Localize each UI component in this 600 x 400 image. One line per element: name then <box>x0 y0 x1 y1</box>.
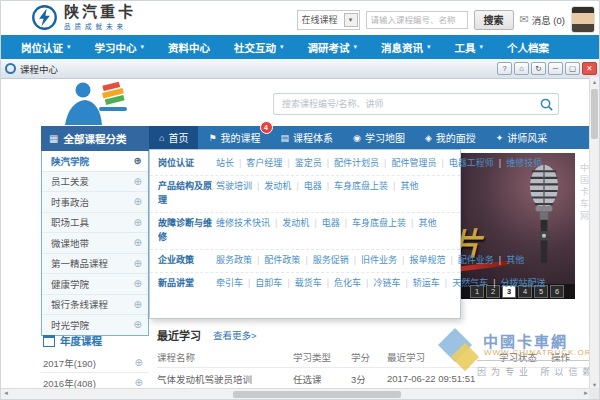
expand-icon[interactable]: ⊕ <box>135 377 143 388</box>
tab-lecturers[interactable]: ✦讲师风采 <box>486 126 558 149</box>
expand-icon[interactable]: ⊕ <box>134 278 142 289</box>
category-sidebar-header[interactable]: ▦ 全部课程分类 <box>41 126 149 151</box>
messages-link[interactable]: ✉ 消息 (0) <box>520 13 565 27</box>
tab-learning-map[interactable]: ◉学习地图 <box>343 126 415 149</box>
megamenu-link[interactable]: 配件计划员 <box>322 158 379 168</box>
expand-icon[interactable]: ⊕ <box>134 217 142 228</box>
view-more-link[interactable]: 查看更多> <box>213 328 257 342</box>
expand-icon[interactable]: ⊕ <box>134 258 142 269</box>
megamenu-link[interactable]: 服务政策 <box>216 255 252 265</box>
nav-item-social[interactable]: 社交互动▾ <box>222 40 296 55</box>
megamenu-link[interactable]: 服务促销 <box>300 255 348 265</box>
help-button[interactable]: ? <box>497 62 512 75</box>
tab-my-courses[interactable]: ⚑我的课程4 <box>198 126 270 149</box>
megamenu-category[interactable]: 故障诊断与维修 <box>158 217 216 245</box>
annual-label: 2017年(190) <box>43 356 96 370</box>
megamenu-link[interactable]: 电器 <box>309 218 339 228</box>
megamenu-link[interactable]: 牵引车 <box>216 278 243 288</box>
category-item-shaanqi-college[interactable]: 陕汽学院⊕ <box>42 151 148 172</box>
megamenu-category[interactable]: 产品结构及原理 <box>158 180 216 208</box>
nav-item-materials[interactable]: 资料中心 <box>156 40 222 55</box>
vertical-scrollbar[interactable]: ▲ ▼ <box>589 77 599 390</box>
megamenu-link[interactable]: 配件管理员 <box>379 158 436 168</box>
search-category-select[interactable]: 在线课程 ▾ <box>297 10 360 30</box>
user-avatar[interactable] <box>571 6 595 33</box>
megamenu-link[interactable]: 报单规范 <box>397 255 445 265</box>
category-item-employee-care[interactable]: 员工关爱⊕ <box>42 172 148 193</box>
nav-item-news[interactable]: 消息资讯▾ <box>369 40 443 55</box>
nav-item-learning-center[interactable]: 学习中心▾ <box>83 40 157 55</box>
microphone-image <box>516 159 572 277</box>
refresh-button[interactable]: ↻ <box>531 62 546 75</box>
megamenu-link[interactable]: 配件政策 <box>252 255 300 265</box>
megamenu-category[interactable]: 新品讲堂 <box>158 277 216 291</box>
megamenu-link[interactable]: 天然气车 <box>440 278 488 288</box>
megamenu-link[interactable]: 分拨站配送 <box>488 278 545 288</box>
expand-icon[interactable]: ⊕ <box>134 176 142 187</box>
cell-course-name[interactable]: 气体发动机驾驶员培训 <box>157 368 293 390</box>
header-search-button[interactable]: 搜索 <box>474 10 514 30</box>
horizontal-scrollbar[interactable]: ◄ ► <box>1 388 600 399</box>
megamenu-link[interactable]: 驾驶培训 <box>216 181 252 191</box>
megamenu-link[interactable]: 其他 <box>388 181 418 191</box>
close-button[interactable]: ✕ <box>582 62 597 75</box>
megamenu-link[interactable]: 其他 <box>406 218 436 228</box>
nav-item-certification[interactable]: 岗位认证▾ <box>9 40 83 55</box>
expand-icon[interactable]: ⊕ <box>134 196 142 207</box>
megamenu-link[interactable]: 电器工程师 <box>436 158 493 168</box>
scroll-up-icon[interactable]: ▲ <box>590 79 599 85</box>
megamenu-link[interactable]: 旧件业务 <box>349 255 397 265</box>
megamenu-link[interactable]: 其他 <box>494 255 524 265</box>
megamenu-link[interactable]: 危化车 <box>322 278 361 288</box>
nav-label: 调研考试 <box>308 40 350 55</box>
category-item-workplace-tools[interactable]: 职场工具⊕ <box>42 213 148 234</box>
megamenu-link[interactable]: 客户经理 <box>234 158 282 168</box>
megamenu-link[interactable]: 电器 <box>291 181 321 191</box>
megamenu-category[interactable]: 企业政策 <box>158 254 216 268</box>
megamenu-category[interactable]: 岗位认证 <box>158 157 216 171</box>
nav-item-profile[interactable]: 个人档案 <box>495 40 561 55</box>
minimize-button[interactable]: ─ <box>548 62 563 75</box>
megamenu-link[interactable]: 车身底盘上装 <box>340 218 406 228</box>
megamenu-link[interactable]: 维修技师 <box>494 158 542 168</box>
expand-icon[interactable]: ⊕ <box>134 237 142 248</box>
maximize-button[interactable]: ▢ <box>565 62 580 75</box>
tab-my-classroom[interactable]: ◈我的面授 <box>415 126 486 149</box>
course-search-input[interactable] <box>280 98 539 110</box>
scroll-left-icon[interactable]: ◄ <box>3 390 9 396</box>
nav-item-tools[interactable]: 工具▾ <box>443 40 496 55</box>
carousel-page-6[interactable]: 6 <box>550 285 564 298</box>
header-search-input[interactable] <box>366 11 468 29</box>
category-item-bank-line-courses[interactable]: 银行条线课程⊕ <box>42 295 148 316</box>
tab-course-system[interactable]: ▤课程体系 <box>271 126 344 149</box>
brand-logo[interactable]: 陕汽重卡 品质成就未来 <box>31 4 136 31</box>
megamenu-link[interactable]: 载货车 <box>282 278 321 288</box>
megamenu-link[interactable]: 车身底盘上装 <box>322 181 388 191</box>
megamenu-link[interactable]: 鉴定员 <box>282 158 321 168</box>
caret-down-icon[interactable]: ▾ <box>344 13 358 27</box>
annual-item-2017[interactable]: 2017年(190)⊕ <box>41 353 149 373</box>
home-button[interactable]: ⌂ <box>514 62 529 75</box>
category-item-premium-courses[interactable]: 第一精品课程⊕ <box>42 254 148 275</box>
expand-icon[interactable]: ⊕ <box>134 299 142 310</box>
megamenu-link[interactable]: 站长 <box>216 158 234 168</box>
megamenu-link[interactable]: 发动机 <box>252 181 291 191</box>
megamenu-link[interactable]: 配件业务 <box>445 255 493 265</box>
megamenu-link[interactable]: 自卸车 <box>243 278 282 288</box>
category-item-health-college[interactable]: 健康学院⊕ <box>42 274 148 295</box>
nav-item-survey-exam[interactable]: 调研考试▾ <box>296 40 370 55</box>
megamenu-link[interactable]: 轿运车 <box>400 278 439 288</box>
expand-icon[interactable]: ⊕ <box>134 155 142 166</box>
expand-icon[interactable]: ⊕ <box>134 319 142 330</box>
horizontal-scroll-thumb[interactable] <box>233 391 401 398</box>
megamenu-link[interactable]: 冷链车 <box>361 278 400 288</box>
search-icon[interactable] <box>539 97 554 112</box>
category-item-microcourse[interactable]: 微课地带⊕ <box>42 233 148 254</box>
megamenu-link[interactable]: 维修技术快讯 <box>216 218 270 228</box>
tab-home[interactable]: ⌂首页 <box>149 126 198 149</box>
vertical-scroll-thumb[interactable] <box>591 89 598 139</box>
expand-icon[interactable]: ⊕ <box>135 357 143 368</box>
cell-action[interactable] <box>551 368 589 390</box>
category-item-politics[interactable]: 时事政治⊕ <box>42 192 148 213</box>
megamenu-link[interactable]: 发动机 <box>270 218 309 228</box>
